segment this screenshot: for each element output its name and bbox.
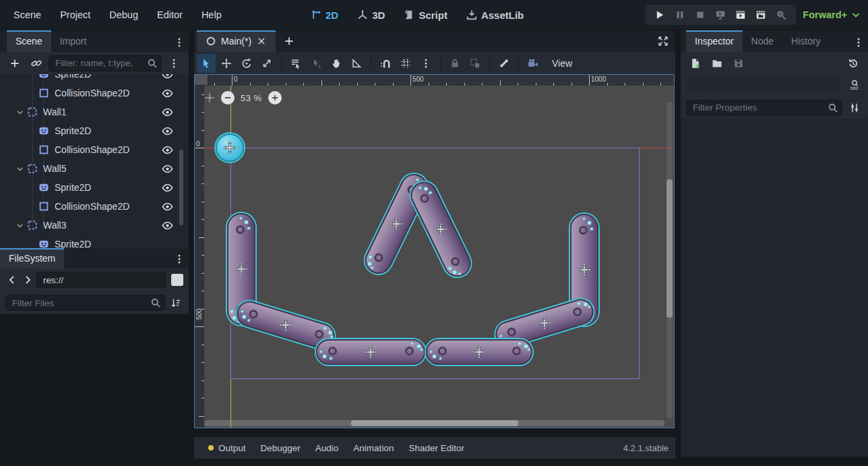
remote-debug-button[interactable] — [711, 7, 730, 23]
fs-path-input[interactable] — [36, 272, 166, 288]
close-icon[interactable] — [256, 36, 267, 47]
distraction-free-button[interactable] — [654, 32, 673, 51]
scene-node-wall5[interactable]: Wall5 — [0, 159, 179, 178]
visibility-eye-icon[interactable] — [162, 125, 173, 137]
history-forward-button[interactable] — [824, 54, 842, 73]
bottom-panel-shader-editor[interactable]: Shader Editor — [401, 437, 472, 459]
bottom-panel-audio[interactable]: Audio — [308, 437, 346, 459]
fs-split-mode-button[interactable] — [171, 274, 183, 286]
workspace-2d[interactable]: 2D — [305, 9, 344, 21]
visibility-eye-icon[interactable] — [162, 107, 173, 118]
center-view-icon[interactable] — [204, 92, 215, 103]
play-button[interactable] — [650, 7, 669, 23]
move-tool-button[interactable] — [217, 54, 236, 73]
chevron-down-icon[interactable] — [16, 108, 24, 117]
stop-button[interactable] — [691, 7, 710, 23]
movie-maker-button[interactable] — [772, 7, 790, 23]
chevron-down-icon[interactable] — [16, 221, 24, 230]
ball-node[interactable] — [216, 134, 244, 162]
skeleton-bone-button[interactable] — [495, 54, 514, 73]
grid-snap-button[interactable] — [396, 54, 415, 73]
canvas-vscrollbar[interactable] — [666, 102, 673, 418]
tab-node[interactable]: Node — [743, 30, 782, 52]
2d-viewport[interactable]: 05001000 0500 53 % — [194, 74, 675, 428]
menu-editor[interactable]: Editor — [148, 9, 192, 20]
inspector-menu-button[interactable] — [849, 33, 868, 52]
camera-override-button[interactable] — [524, 54, 542, 73]
tab-filesystem[interactable]: FileSystem — [0, 248, 64, 268]
filesystem-menu-button[interactable] — [170, 250, 189, 268]
scene-panel-menu-button[interactable] — [170, 33, 189, 52]
visibility-eye-icon[interactable] — [162, 220, 173, 231]
scene-node-sprite2d[interactable]: Sprite2D — [0, 74, 179, 84]
new-scene-tab-button[interactable] — [280, 32, 299, 51]
scene-node-wall3[interactable]: Wall3 — [0, 216, 179, 235]
snap-options-menu-button[interactable] — [416, 54, 435, 73]
bottom-panel-debugger[interactable]: Debugger — [253, 437, 308, 459]
add-node-button[interactable] — [5, 54, 24, 73]
property-tools-button[interactable] — [846, 98, 863, 117]
menu-debug[interactable]: Debug — [100, 9, 148, 20]
open-docs-button[interactable]: DOC — [845, 76, 864, 94]
scene-filter-input[interactable] — [49, 55, 162, 71]
scene-node-collisionshape2d[interactable]: CollisionShape2D — [0, 140, 179, 159]
fs-sort-button[interactable] — [168, 293, 183, 312]
position-select-tool-button[interactable] — [307, 54, 326, 73]
object-history-button[interactable] — [844, 54, 863, 73]
save-resource-button[interactable] — [729, 54, 748, 73]
bottom-panel-output[interactable]: Output — [201, 437, 253, 459]
zoom-out-button[interactable] — [221, 91, 235, 105]
visibility-eye-icon[interactable] — [162, 163, 173, 175]
menu-scene[interactable]: Scene — [4, 9, 51, 20]
visibility-eye-icon[interactable] — [162, 74, 173, 80]
play-scene-button[interactable] — [731, 7, 750, 23]
tab-scene[interactable]: Scene — [7, 30, 51, 52]
menu-project[interactable]: Project — [51, 9, 100, 20]
history-back-button[interactable] — [803, 54, 822, 73]
vscroll-thumb[interactable] — [666, 179, 673, 318]
fs-forward-button[interactable] — [21, 270, 34, 289]
lock-button[interactable] — [445, 54, 464, 73]
play-custom-scene-button[interactable] — [751, 7, 770, 23]
tab-inspector[interactable]: Inspector — [686, 30, 743, 52]
scene-tree-menu-button[interactable] — [164, 54, 183, 73]
view-menu-button[interactable]: View — [544, 58, 580, 69]
fs-back-button[interactable] — [5, 270, 19, 289]
list-select-tool-button[interactable] — [286, 54, 305, 73]
visibility-eye-icon[interactable] — [162, 182, 173, 194]
bottom-panel-animation[interactable]: Animation — [346, 437, 401, 459]
rendering-driver-select[interactable]: Forward+ — [803, 9, 861, 20]
scene-node-sprite2d[interactable]: Sprite2D — [0, 235, 179, 248]
smart-snap-button[interactable] — [376, 54, 395, 73]
scene-node-wall1[interactable]: Wall1 — [0, 103, 179, 121]
load-resource-button[interactable] — [708, 54, 726, 73]
scene-node-collisionshape2d[interactable]: CollisionShape2D — [0, 197, 179, 216]
instance-scene-button[interactable] — [27, 54, 46, 73]
workspace-assetlib[interactable]: AssetLib — [460, 9, 530, 21]
scene-node-sprite2d[interactable]: Sprite2D — [0, 121, 179, 140]
hscroll-thumb[interactable] — [351, 420, 518, 426]
wall-node[interactable] — [426, 339, 532, 365]
zoom-in-button[interactable] — [268, 91, 282, 105]
zoom-percent[interactable]: 53 % — [241, 93, 262, 103]
fs-filter-input[interactable] — [5, 295, 165, 311]
chevron-down-icon[interactable] — [16, 165, 24, 173]
group-button[interactable] — [466, 54, 485, 73]
tab-main-scene[interactable]: Main(*) — [197, 30, 276, 52]
scene-node-sprite2d[interactable]: Sprite2D — [0, 178, 179, 197]
visibility-eye-icon[interactable] — [162, 88, 173, 99]
workspace-3d[interactable]: 3D — [351, 9, 391, 21]
menu-help[interactable]: Help — [192, 9, 231, 20]
ruler-tool-button[interactable] — [347, 54, 366, 73]
select-tool-button[interactable] — [197, 54, 216, 73]
canvas-hscrollbar[interactable] — [204, 420, 664, 426]
wall-node[interactable] — [316, 339, 425, 365]
rotate-tool-button[interactable] — [237, 54, 256, 73]
visibility-eye-icon[interactable] — [162, 201, 173, 212]
resource-menu-button[interactable] — [751, 54, 770, 73]
tab-history[interactable]: History — [782, 30, 830, 52]
scale-tool-button[interactable] — [257, 54, 276, 73]
wall-node[interactable] — [406, 177, 476, 281]
pan-tool-button[interactable] — [327, 54, 346, 73]
pause-button[interactable] — [671, 7, 689, 23]
